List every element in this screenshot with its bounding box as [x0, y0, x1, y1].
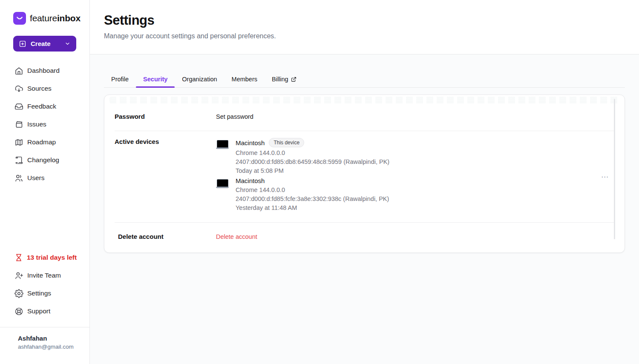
tab-label: Members: [232, 76, 257, 83]
trial-days-left[interactable]: 13 trial days left: [0, 249, 89, 267]
active-devices-label: Active devices: [115, 138, 216, 211]
device-browser: Chrome 144.0.0.0: [236, 150, 389, 156]
ghost-row: [109, 97, 620, 103]
settings-content: Profile Security Organization Members Bi…: [90, 54, 639, 364]
brand-wordmark: featureinbox: [30, 13, 81, 23]
sidebar-item-label: Support: [27, 307, 50, 315]
more-options-icon[interactable]: ⋯: [601, 173, 609, 181]
card-scrollbar[interactable]: [614, 99, 615, 239]
page-subtitle: Manage your account settings and persona…: [104, 32, 639, 40]
device-name: Macintosh: [236, 139, 265, 146]
device-last-active: Yesterday at 11:48 AM: [236, 205, 389, 211]
brand-logo[interactable]: featureinbox: [13, 12, 89, 25]
trial-days-label: 13 trial days left: [27, 254, 77, 261]
inbox-icon: [14, 102, 23, 111]
sidebar-item-changelog[interactable]: Changelog: [0, 151, 89, 169]
sidebar-item-dashboard[interactable]: Dashboard: [0, 62, 89, 80]
sidebar-item-label: Users: [27, 174, 44, 182]
delete-account-label: Delete account: [118, 233, 216, 241]
tab-members[interactable]: Members: [225, 76, 265, 87]
sidebar-footer-nav: 13 trial days left Invite Team Settings …: [0, 249, 89, 320]
password-row: Password Set password: [104, 103, 625, 131]
app: featureinbox Create Dashboard: [0, 0, 639, 364]
set-password-link[interactable]: Set password: [216, 113, 253, 120]
settings-tabs: Profile Security Organization Members Bi…: [104, 76, 625, 88]
delete-account-link[interactable]: Delete account: [216, 233, 257, 240]
sidebar-item-support[interactable]: Support: [0, 302, 89, 320]
sidebar: featureinbox Create Dashboard: [0, 0, 90, 364]
create-button[interactable]: Create: [13, 36, 76, 52]
user-email: ashfahan@gmail.com: [18, 344, 84, 350]
cloud-download-icon: [14, 84, 23, 93]
device-last-active: Today at 5:08 PM: [236, 168, 389, 174]
users-icon: [14, 174, 23, 183]
user-name: Ashfahan: [18, 335, 84, 342]
tab-profile[interactable]: Profile: [104, 76, 136, 87]
security-settings-card: Password Set password Active devices: [104, 95, 625, 253]
laptop-icon: [216, 140, 229, 174]
tab-label: Organization: [182, 76, 217, 83]
device-browser: Chrome 144.0.0.0: [236, 187, 389, 193]
sidebar-item-users[interactable]: Users: [0, 169, 89, 187]
device-list-item: Macintosh This device Chrome 144.0.0.0 2…: [216, 138, 614, 174]
sidebar-item-feedback[interactable]: Feedback: [0, 97, 89, 115]
featureinbox-logo-icon: [13, 12, 26, 25]
sidebar-item-label: Roadmap: [27, 138, 56, 146]
sidebar-item-label: Settings: [27, 289, 51, 297]
sidebar-item-sources[interactable]: Sources: [0, 80, 89, 97]
create-button-label: Create: [31, 40, 51, 47]
gear-icon: [14, 289, 23, 298]
sidebar-nav: Dashboard Sources Feedback Issues: [0, 62, 89, 187]
scroll-icon: [14, 156, 23, 165]
active-devices-row: Active devices Macintosh This device: [104, 131, 625, 223]
plus-square-icon: [19, 40, 26, 48]
map-icon: [14, 138, 23, 147]
tab-label: Security: [143, 76, 167, 83]
hourglass-icon: [14, 253, 23, 262]
home-icon: [14, 66, 23, 75]
life-buoy-icon: [14, 307, 23, 316]
user-account-section[interactable]: Ashfahan ashfahan@gmail.com: [0, 327, 89, 364]
device-name: Macintosh: [236, 177, 265, 184]
sidebar-item-invite-team[interactable]: Invite Team: [0, 267, 89, 284]
laptop-icon: [216, 179, 229, 211]
tab-organization[interactable]: Organization: [175, 76, 224, 87]
delete-account-row: Delete account Delete account: [104, 223, 625, 253]
sidebar-item-settings[interactable]: Settings: [0, 284, 89, 302]
sidebar-item-label: Feedback: [27, 103, 56, 110]
sidebar-item-label: Changelog: [27, 156, 59, 164]
sidebar-item-issues[interactable]: Issues: [0, 115, 89, 133]
sidebar-item-label: Invite Team: [27, 272, 61, 279]
sidebar-item-label: Issues: [27, 120, 46, 128]
chevron-down-icon: [64, 40, 71, 47]
device-ip-location: 2407:d000:d:fd85:fcfe:3a8e:3302:938c (Ra…: [236, 196, 389, 202]
tab-label: Profile: [111, 76, 129, 83]
tab-label: Billing: [272, 76, 288, 83]
sidebar-item-roadmap[interactable]: Roadmap: [0, 133, 89, 151]
sidebar-item-label: Sources: [27, 85, 52, 92]
page-header: Settings Manage your account settings an…: [90, 0, 639, 54]
external-link-icon: [291, 77, 296, 82]
device-list-item: Macintosh Chrome 144.0.0.0 2407:d000:d:f…: [216, 177, 614, 211]
brand-name-regular: feature: [30, 13, 57, 23]
device-ip-location: 2407:d000:d:fd85:db8:6459:48c8:5959 (Raw…: [236, 159, 389, 165]
this-device-badge: This device: [269, 138, 304, 147]
brand-name-bold: inbox: [57, 13, 81, 23]
sidebar-spacer: [0, 187, 89, 238]
page-title: Settings: [104, 13, 639, 28]
sidebar-item-label: Dashboard: [27, 67, 60, 75]
tab-security[interactable]: Security: [136, 76, 175, 87]
tab-billing[interactable]: Billing: [265, 76, 304, 87]
open-box-icon: [14, 120, 23, 129]
main-content: Settings Manage your account settings an…: [90, 0, 639, 364]
user-plus-icon: [14, 271, 23, 280]
password-label: Password: [115, 113, 216, 120]
